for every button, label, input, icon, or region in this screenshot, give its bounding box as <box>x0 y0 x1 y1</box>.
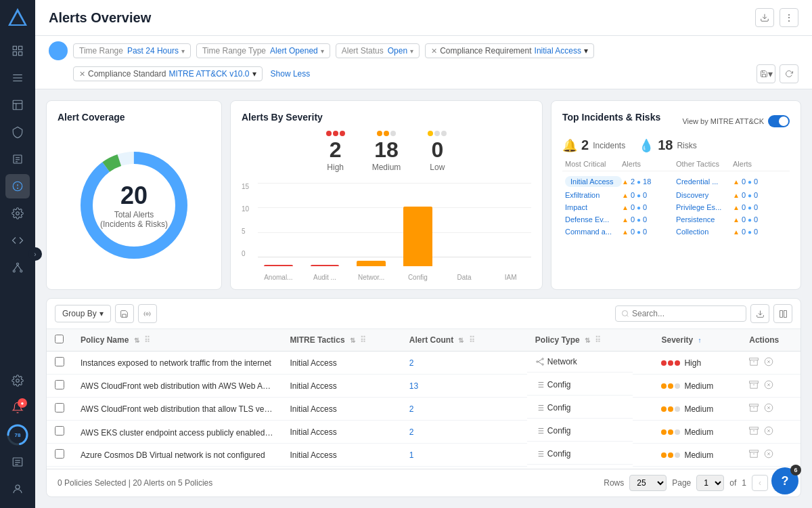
download-button[interactable] <box>750 304 769 323</box>
archive-action-2[interactable] <box>749 405 761 415</box>
delete-action-0[interactable] <box>764 359 773 368</box>
count-link-0[interactable]: 2 <box>409 358 414 368</box>
archive-action-0[interactable] <box>749 359 761 368</box>
view-mitre-label: View by MITRE ATT&CK <box>682 117 764 125</box>
help-button[interactable]: 6 ? <box>771 467 798 494</box>
sidebar-item-security[interactable] <box>5 120 30 144</box>
refresh-button[interactable] <box>780 64 798 83</box>
count-link-4[interactable]: 1 <box>409 450 414 460</box>
cell-cb-0[interactable] <box>47 352 72 375</box>
count-link-1[interactable]: 13 <box>409 381 418 391</box>
cell-cb-4[interactable] <box>47 444 72 467</box>
export-table-button[interactable] <box>138 304 157 323</box>
delete-action-1[interactable] <box>764 382 773 391</box>
rows-per-page-select[interactable]: 25 50 100 <box>629 475 667 491</box>
remove-compliance-req-button[interactable]: ✕ <box>431 47 437 56</box>
filter-time-range[interactable]: Time Range Past 24 Hours ▾ <box>73 43 191 58</box>
show-less-link[interactable]: Show Less <box>271 69 311 79</box>
sidebar-item-settings2[interactable] <box>5 368 30 393</box>
group-by-button[interactable]: Group By ▾ <box>55 305 111 322</box>
filter-time-range-type[interactable]: Time Range Type Alert Opened ▾ <box>196 43 330 58</box>
kebab-menu-button[interactable]: ⋮ <box>780 8 798 27</box>
bar-anomal <box>258 265 299 266</box>
sidebar-item-alerts[interactable] <box>5 174 30 198</box>
row-checkbox-1[interactable] <box>55 380 64 389</box>
mitre-toggle-switch[interactable] <box>768 115 790 127</box>
th-policy-type[interactable]: Policy Type ⇅ ⠿ <box>527 329 633 352</box>
svg-point-18 <box>18 188 18 189</box>
other-tactic-2[interactable]: Privilege Es... <box>676 203 733 211</box>
sidebar-item-reports[interactable] <box>5 450 30 474</box>
columns-button[interactable] <box>773 304 792 323</box>
sidebar-item-progress[interactable]: 78 <box>5 423 30 447</box>
svg-rect-5 <box>19 52 22 56</box>
save-view-button[interactable]: ▾ <box>757 64 775 83</box>
table-row-1: AWS CloudFront web distribution with AWS… <box>47 375 800 398</box>
th-severity[interactable]: Severity ↑ <box>653 329 741 352</box>
risk-dot-4: ● <box>637 228 641 236</box>
tactic-link-3[interactable]: Defense Ev... <box>565 215 622 224</box>
other-tactic-0[interactable]: Credential ... <box>676 177 733 186</box>
high-dots <box>326 131 345 136</box>
row-checkbox-2[interactable] <box>55 403 64 412</box>
other-counts-2: ▲0 ●0 <box>733 203 787 211</box>
sidebar-item-settings[interactable] <box>5 201 30 226</box>
sidebar-item-user[interactable] <box>5 477 30 501</box>
sidebar-item-code[interactable] <box>5 228 30 253</box>
row-checkbox-3[interactable] <box>55 426 64 436</box>
select-all-checkbox[interactable] <box>55 335 64 343</box>
delete-action-4[interactable] <box>764 451 773 461</box>
count-link-3[interactable]: 2 <box>409 427 414 437</box>
remove-compliance-std-button[interactable]: ✕ <box>79 70 85 79</box>
sidebar-item-inventory[interactable] <box>5 93 30 117</box>
cell-cb-2[interactable] <box>47 398 72 421</box>
o-risk-num-0: 0 <box>754 177 758 186</box>
sidebar-expand-button[interactable]: › <box>28 247 42 261</box>
content-area: Alert Coverage 20 Total Alerts (Incident… <box>35 89 812 508</box>
filter-compliance-standard[interactable]: ✕ Compliance Standard MITRE ATT&CK v10.0… <box>73 66 263 81</box>
sidebar-item-menu[interactable] <box>5 66 30 90</box>
tactic-link-4[interactable]: Command a... <box>565 228 622 236</box>
table-head: Policy Name ⇅ ⠿ MITRE Tactics ⇅ ⠿ Alert … <box>47 329 800 352</box>
count-link-2[interactable]: 2 <box>409 404 414 414</box>
low-dots <box>428 131 447 136</box>
donut-chart: 20 Total Alerts (Incidents & Risks) <box>58 131 210 280</box>
tactic-badge-0: Initial Access <box>565 176 622 187</box>
logo[interactable] <box>7 7 28 30</box>
inc-dot-4: ▲ <box>622 228 629 236</box>
cell-cb-1[interactable] <box>47 375 72 398</box>
sidebar-item-policies[interactable] <box>5 147 30 171</box>
archive-action-3[interactable] <box>749 428 761 438</box>
row-checkbox-4[interactable] <box>55 449 64 459</box>
other-tactic-3[interactable]: Persistence <box>676 215 733 224</box>
cell-cb-3[interactable] <box>47 421 72 444</box>
prev-page-button[interactable]: ‹ <box>752 475 768 491</box>
tactic-link-1[interactable]: Exfiltration <box>565 191 622 199</box>
archive-action-4[interactable] <box>749 451 761 461</box>
other-tactic-4[interactable]: Collection <box>676 228 733 236</box>
delete-action-2[interactable] <box>764 405 773 415</box>
archive-action-1[interactable] <box>749 382 761 391</box>
sidebar-item-dashboard[interactable] <box>5 39 30 63</box>
export-button[interactable] <box>755 8 774 27</box>
th-spacer1 <box>507 329 527 352</box>
th-mitre-tactics[interactable]: MITRE Tactics ⇅ ⠿ <box>281 329 401 352</box>
svg-rect-39 <box>780 310 782 317</box>
top-incidents-card: Top Incidents & Risks View by MITRE ATT&… <box>551 100 801 290</box>
th-policy-name[interactable]: Policy Name ⇅ ⠿ <box>72 329 281 352</box>
other-tactic-1[interactable]: Discovery <box>676 191 733 199</box>
save-filter-button[interactable] <box>115 304 134 323</box>
th-alert-count[interactable]: Alert Count ⇅ ⠿ <box>401 329 507 352</box>
tactic-link-2[interactable]: Impact <box>565 203 622 211</box>
search-box[interactable] <box>615 305 746 322</box>
view-mitre-toggle[interactable]: View by MITRE ATT&CK <box>682 115 790 127</box>
filter-alert-status[interactable]: Alert Status Open ▾ <box>336 43 420 58</box>
filter-compliance-requirement[interactable]: ✕ Compliance Requirement Initial Access … <box>425 43 594 58</box>
sidebar-item-network[interactable] <box>5 255 30 280</box>
page-select[interactable]: 1 <box>696 475 724 491</box>
delete-action-3[interactable] <box>764 428 773 438</box>
search-input[interactable] <box>632 309 740 318</box>
sidebar-item-notification[interactable]: ● <box>5 396 30 420</box>
th-checkbox[interactable] <box>47 329 72 352</box>
row-checkbox-0[interactable] <box>55 357 64 366</box>
